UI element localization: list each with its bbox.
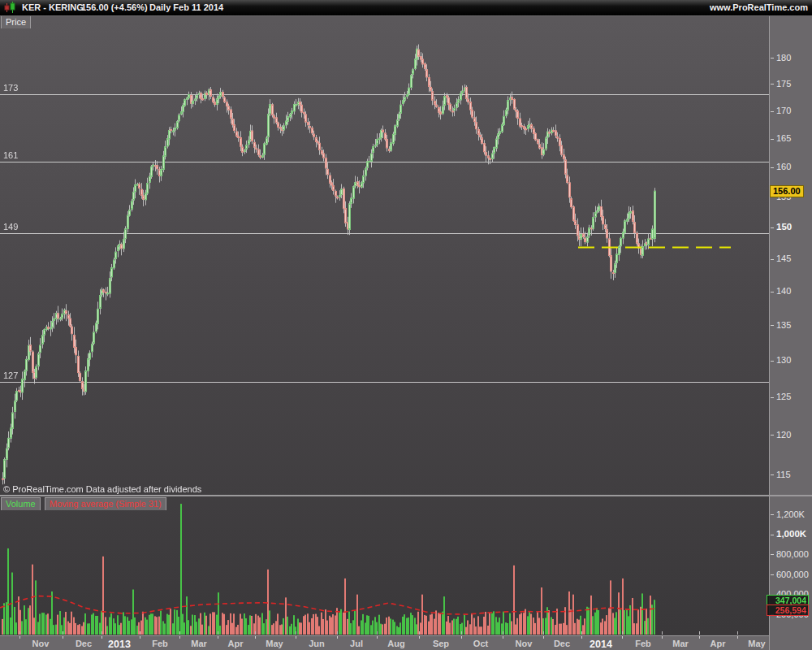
- x-axis-tick-17: [699, 636, 700, 639]
- y-axis-tick-165: 165: [771, 133, 791, 144]
- x-axis-label-Dec: Dec: [554, 639, 570, 648]
- x-axis-tick-5: [218, 636, 218, 639]
- volume-axis-tick-600: 600,000: [771, 570, 809, 580]
- y-axis-tick-120: 120: [771, 430, 791, 440]
- y-axis-tick-115: 115: [771, 470, 791, 480]
- y-axis-tick-125: 125: [771, 392, 791, 402]
- x-axis-label-Jun: Jun: [309, 639, 325, 648]
- candlestick-logo-icon: [3, 2, 18, 14]
- y-axis-tick-170: 170: [771, 106, 791, 116]
- x-axis-label-Feb: Feb: [152, 639, 168, 648]
- y-axis-tick-160: 160: [771, 162, 791, 172]
- volume-ma-badge: 256,594: [767, 604, 809, 616]
- x-axis-label-Nov: Nov: [32, 639, 50, 648]
- tab-price[interactable]: Price: [1, 15, 31, 28]
- y-axis-tick-150: 150: [771, 222, 792, 232]
- y-axis-tick-140: 140: [771, 286, 791, 297]
- x-axis-tick-14: [581, 636, 582, 639]
- x-axis-tick-3: [140, 636, 140, 639]
- x-axis-label-Jul: Jul: [350, 639, 363, 648]
- hline-label-127: 127: [3, 370, 18, 380]
- x-axis-label-Oct: Oct: [473, 639, 488, 648]
- volume-axis-tick-800: 800,000: [771, 549, 809, 560]
- x-axis-tick-18: [737, 636, 738, 639]
- y-axis-tick-175: 175: [771, 79, 791, 89]
- x-axis-label-Dec: Dec: [76, 639, 92, 648]
- x-axis-tick-0: [19, 636, 20, 639]
- x-axis-label-Nov: Nov: [516, 639, 533, 648]
- x-axis-label-Apr: Apr: [710, 639, 726, 648]
- x-axis-tick-8: [337, 636, 338, 639]
- volume-axis-tick-1200: 1,200K: [771, 509, 805, 520]
- x-axis-tick-1: [63, 636, 63, 639]
- x-axis-label-Mar: Mar: [672, 639, 689, 648]
- x-axis-label-Feb: Feb: [635, 639, 651, 648]
- chart-canvas[interactable]: [0, 0, 812, 650]
- x-axis-tick-10: [419, 636, 420, 639]
- hline-label-149: 149: [3, 222, 18, 232]
- x-axis-tick-11: [461, 636, 462, 639]
- x-axis-tick-15: [622, 636, 623, 639]
- y-axis-tick-130: 130: [771, 355, 791, 366]
- symbol-title: KER - KERING: [22, 2, 84, 12]
- tab-volume[interactable]: Volume: [1, 497, 41, 510]
- x-axis-label-Apr: Apr: [228, 639, 244, 648]
- x-axis-label-Mar: Mar: [191, 639, 207, 648]
- timeframe-and-date: Daily Feb 11 2014: [149, 2, 223, 12]
- hline-label-161: 161: [3, 150, 18, 160]
- tab-moving-average[interactable]: Moving average (Simple 31): [45, 497, 166, 510]
- chart-window: KER - KERING 156.00 (+4.56%) Daily Feb 1…: [0, 0, 812, 650]
- x-axis-tick-6: [255, 636, 256, 639]
- x-axis-label-Sep: Sep: [433, 639, 449, 648]
- y-axis-tick-180: 180: [771, 53, 791, 63]
- title-bar: KER - KERING 156.00 (+4.56%) Daily Feb 1…: [0, 0, 812, 16]
- last-price-badge: 156.00: [770, 185, 804, 197]
- last-quote: 156.00 (+4.56%): [81, 2, 148, 12]
- y-axis-tick-145: 145: [771, 254, 791, 264]
- x-axis-tick-2: [102, 636, 102, 639]
- copyright-note: © ProRealTime.com Data adjusted after di…: [3, 484, 201, 494]
- x-axis-tick-12: [503, 636, 503, 639]
- panel-divider[interactable]: [0, 495, 812, 496]
- x-axis-label-2014: 2014: [590, 639, 612, 650]
- y-axis-tick-135: 135: [771, 320, 791, 331]
- volume-axis-tick-1000: 1,000K: [771, 529, 806, 540]
- x-axis-label-2013: 2013: [108, 639, 131, 650]
- x-axis-tick-7: [296, 636, 296, 639]
- site-link[interactable]: www.ProRealTime.com: [710, 2, 808, 12]
- hline-label-173: 173: [3, 83, 18, 93]
- x-axis-tick-16: [662, 636, 663, 639]
- x-axis-tick-9: [377, 636, 378, 639]
- x-axis-tick-4: [179, 636, 180, 639]
- x-axis-tick-13: [543, 636, 544, 639]
- x-axis-label-Aug: Aug: [387, 639, 404, 648]
- x-axis-label-May: May: [266, 639, 283, 648]
- x-axis-label-May: May: [748, 639, 765, 648]
